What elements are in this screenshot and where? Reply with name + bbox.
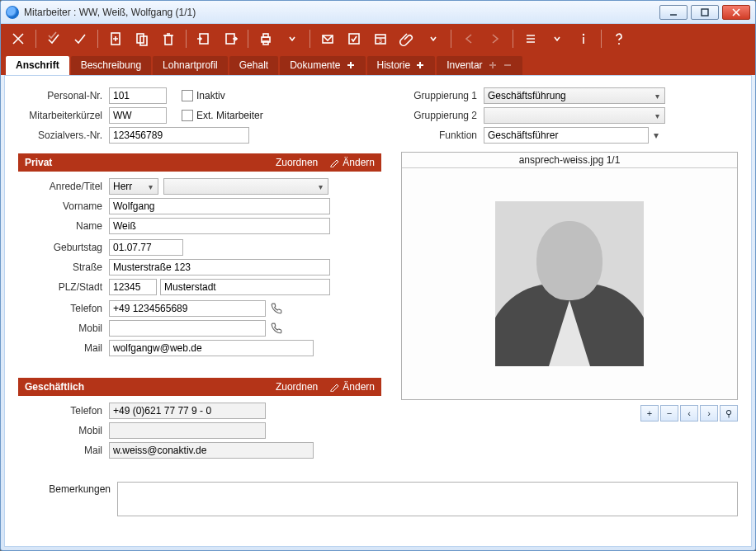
- print-button[interactable]: [253, 26, 278, 51]
- inaktiv-label: Inaktiv: [196, 90, 225, 101]
- svg-rect-17: [263, 34, 268, 37]
- save-all-button[interactable]: [41, 26, 66, 51]
- mail-button[interactable]: [315, 26, 340, 51]
- cancel-button[interactable]: [6, 26, 31, 51]
- titel-combo[interactable]: ▾: [163, 178, 328, 195]
- delete-record-button[interactable]: [156, 26, 181, 51]
- help-button[interactable]: [607, 26, 631, 51]
- chevron-down-icon[interactable]: ▾: [649, 130, 659, 141]
- chevron-down-icon: ▾: [652, 92, 663, 101]
- privat-mail-field[interactable]: [109, 340, 314, 356]
- inaktiv-checkbox[interactable]: [182, 90, 193, 101]
- next-record-button[interactable]: [483, 26, 508, 51]
- privat-mail-label: Mail: [18, 342, 109, 354]
- svg-point-29: [618, 43, 620, 45]
- remarks-label: Bemerkungen: [18, 482, 117, 516]
- image-zoom-button[interactable]: ⚲: [720, 405, 738, 421]
- form-content: Personal-Nr. Inaktiv Mitarbeiterkürzel E…: [4, 75, 752, 547]
- sv-field[interactable]: [109, 127, 249, 144]
- employee-photo: [495, 201, 644, 366]
- privat-zuordnen-button[interactable]: Zuordnen: [276, 157, 318, 168]
- chevron-down-icon: ▾: [652, 111, 663, 120]
- info-button[interactable]: [571, 26, 596, 51]
- export-button[interactable]: [218, 26, 243, 51]
- svg-rect-20: [349, 34, 359, 44]
- tab-inventar[interactable]: Inventar: [437, 56, 522, 75]
- vorname-field[interactable]: [109, 198, 330, 214]
- personal-nr-label: Personal-Nr.: [18, 90, 109, 101]
- chevron-down-icon: ▾: [315, 182, 326, 191]
- phone-icon[interactable]: [269, 321, 284, 336]
- save-button[interactable]: [68, 26, 92, 51]
- svg-text:3: 3: [379, 38, 382, 44]
- gesch-mobil-field[interactable]: [109, 422, 266, 439]
- gesch-aendern-button[interactable]: Ändern: [329, 381, 375, 393]
- kuerzel-label: Mitarbeiterkürzel: [18, 110, 109, 121]
- import-button[interactable]: [191, 26, 216, 51]
- attach-button[interactable]: [395, 26, 419, 51]
- stadt-field[interactable]: [160, 279, 330, 295]
- funktion-label: Funktion: [401, 130, 484, 141]
- plus-icon: [415, 60, 425, 70]
- calendar-button[interactable]: 3: [368, 26, 393, 51]
- ext-mitarbeiter-checkbox[interactable]: [182, 110, 193, 121]
- gesch-mail-label: Mail: [18, 445, 109, 456]
- window-maximize-button[interactable]: [691, 5, 719, 20]
- section-geschaeftlich: Geschäftlich Zuordnen Ändern Telefon: [18, 378, 381, 470]
- prev-record-button[interactable]: [456, 26, 481, 51]
- grp1-combo[interactable]: Geschäftsführung▾: [484, 87, 665, 104]
- attach-dropdown-button[interactable]: [421, 26, 446, 51]
- gesch-mail-field[interactable]: [109, 442, 314, 459]
- app-icon: [6, 6, 19, 19]
- photo-caption: ansprech-weiss.jpg 1/1: [402, 153, 737, 168]
- anrede-combo[interactable]: Herr▾: [109, 178, 158, 195]
- funktion-field[interactable]: [484, 127, 649, 144]
- kuerzel-field[interactable]: [109, 107, 167, 124]
- tab-gehalt[interactable]: Gehalt: [229, 56, 278, 75]
- image-remove-button[interactable]: −: [660, 405, 678, 421]
- photo-frame: ansprech-weiss.jpg 1/1: [401, 152, 738, 400]
- tab-historie[interactable]: Historie: [367, 56, 436, 75]
- privat-tel-label: Telefon: [18, 303, 109, 314]
- task-button[interactable]: [342, 26, 366, 51]
- tab-beschreibung[interactable]: Beschreibung: [71, 56, 151, 75]
- gesch-tel-field[interactable]: [109, 403, 266, 419]
- gesch-zuordnen-button[interactable]: Zuordnen: [276, 381, 318, 393]
- tab-lohnartprofil[interactable]: Lohnartprofil: [153, 56, 228, 75]
- svg-rect-1: [702, 9, 708, 16]
- minus-icon: [503, 60, 513, 70]
- svg-point-27: [583, 34, 584, 35]
- privat-aendern-button[interactable]: Ändern: [329, 157, 375, 168]
- strasse-field[interactable]: [109, 259, 330, 276]
- privat-mobil-field[interactable]: [109, 320, 266, 337]
- new-record-button[interactable]: [103, 26, 128, 51]
- plz-field[interactable]: [109, 279, 157, 295]
- tab-dokumente[interactable]: Dokumente: [280, 56, 365, 75]
- name-field[interactable]: [109, 218, 330, 234]
- plus-icon: [346, 60, 356, 70]
- copy-record-button[interactable]: [130, 26, 154, 51]
- remarks-field[interactable]: [117, 482, 738, 516]
- tabbar: Anschrift Beschreibung Lohnartprofil Geh…: [1, 54, 755, 75]
- image-prev-button[interactable]: ‹: [680, 405, 698, 421]
- list-dropdown-button[interactable]: [545, 26, 569, 51]
- app-window: Mitarbeiter : WW, Weiß, Wolfgang (1/1): [0, 0, 756, 551]
- image-add-button[interactable]: +: [640, 405, 659, 421]
- personal-nr-field[interactable]: [109, 87, 167, 104]
- window-close-button[interactable]: [722, 5, 750, 20]
- image-next-button[interactable]: ›: [700, 405, 718, 421]
- window-minimize-button[interactable]: [659, 5, 687, 20]
- section-privat: Privat Zuordnen Ändern Anrede/Titel Herr…: [18, 153, 381, 368]
- anrede-label: Anrede/Titel: [18, 181, 109, 192]
- list-view-button[interactable]: [518, 26, 543, 51]
- print-dropdown-button[interactable]: [280, 26, 305, 51]
- geburtstag-field[interactable]: [109, 239, 183, 256]
- grp2-combo[interactable]: ▾: [484, 107, 665, 124]
- privat-mobil-label: Mobil: [18, 323, 109, 334]
- name-label: Name: [18, 220, 109, 232]
- section-geschaeftlich-title: Geschäftlich: [25, 381, 84, 393]
- phone-icon[interactable]: [269, 301, 284, 316]
- strasse-label: Straße: [18, 261, 109, 273]
- tab-anschrift[interactable]: Anschrift: [6, 56, 69, 75]
- privat-tel-field[interactable]: [109, 300, 266, 317]
